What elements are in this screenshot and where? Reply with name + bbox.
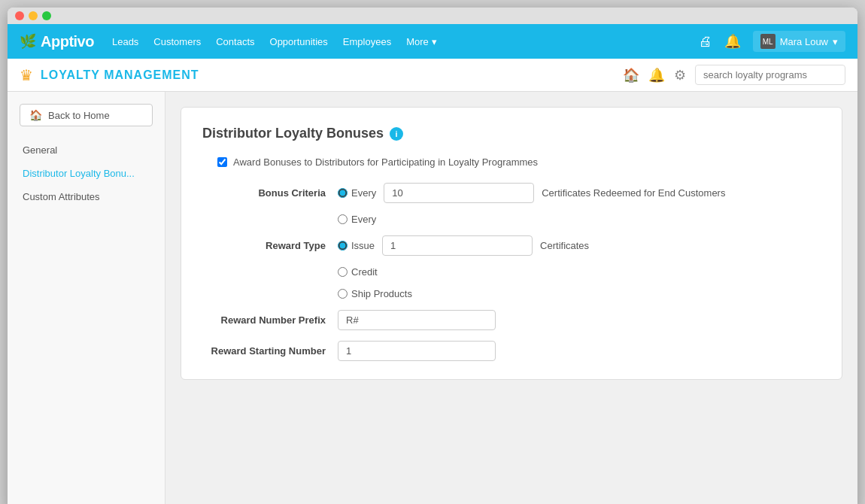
- reward-type-ship[interactable]: Ship Products: [338, 288, 412, 299]
- logo-text: Apptivo: [41, 33, 94, 50]
- home-small-icon: 🏠: [29, 109, 42, 121]
- sub-header: ♛ LOYALTY MANAGEMENT 🏠 🔔 ⚙: [8, 59, 857, 92]
- bonus-criteria-input1[interactable]: [384, 183, 534, 203]
- username: Mara Louw: [780, 36, 828, 47]
- chevron-down-icon: ▾: [432, 36, 437, 47]
- maximize-button[interactable]: [42, 11, 51, 20]
- sidebar-navigation: General Distributor Loyalty Bonu... Cust…: [8, 138, 165, 208]
- module-title: LOYALTY MANAGEMENT: [41, 68, 199, 82]
- bell-icon[interactable]: 🔔: [724, 33, 741, 50]
- bonus-criteria-radio2-input[interactable]: [338, 214, 348, 224]
- app-window: 🌿 Apptivo Leads Customers Contacts Oppor…: [8, 8, 857, 504]
- notification-icon[interactable]: 🔔: [648, 67, 665, 83]
- reward-type-credit-label: Credit: [351, 266, 378, 278]
- reward-number-prefix-label: Reward Number Prefix: [202, 314, 338, 326]
- reward-type-issue[interactable]: Issue: [338, 240, 375, 251]
- bonus-criteria-row2: Every: [202, 214, 821, 225]
- nav-contacts[interactable]: Contacts: [216, 36, 254, 47]
- sidebar-item-general[interactable]: General: [8, 138, 165, 162]
- reward-starting-number-label: Reward Starting Number: [202, 345, 338, 357]
- award-row: Award Bonuses to Distributors for Partic…: [202, 156, 821, 168]
- sidebar-item-distributor-loyalty[interactable]: Distributor Loyalty Bonu...: [8, 162, 165, 185]
- sidebar: 🏠 Back to Home General Distributor Loyal…: [8, 92, 165, 504]
- bonus-criteria-suffix1: Certificates Redeemed for End Customers: [542, 187, 725, 199]
- bonus-criteria-radio2-label: Every: [351, 214, 376, 225]
- reward-type-credit[interactable]: Credit: [338, 266, 378, 278]
- sub-header-left: ♛ LOYALTY MANAGEMENT: [20, 66, 199, 84]
- page-title-row: Distributor Loyalty Bonuses i: [202, 126, 821, 141]
- bonus-criteria-radio1-input[interactable]: [338, 188, 348, 198]
- reward-number-prefix-input[interactable]: [338, 310, 496, 330]
- avatar: ML: [760, 34, 775, 49]
- reward-number-prefix-row: Reward Number Prefix: [202, 310, 821, 330]
- reward-type-credit-radio[interactable]: [338, 267, 348, 277]
- form-section: Bonus Criteria Every Certificates Redeem…: [202, 183, 821, 361]
- bonus-criteria-controls: Every Certificates Redeemed for End Cust…: [338, 183, 821, 203]
- reward-starting-number-input[interactable]: [338, 341, 496, 361]
- reward-type-label: Reward Type: [202, 240, 338, 251]
- bonus-criteria-controls2: Every: [338, 214, 821, 225]
- reward-type-issue-radio[interactable]: [338, 241, 348, 250]
- reward-type-input[interactable]: [382, 235, 533, 256]
- back-button-label: Back to Home: [48, 110, 110, 121]
- back-to-home-button[interactable]: 🏠 Back to Home: [20, 104, 153, 126]
- bonus-criteria-radio1[interactable]: Every: [338, 187, 376, 199]
- reward-type-credit-row: Credit: [202, 266, 821, 278]
- logo[interactable]: 🌿 Apptivo: [20, 33, 94, 50]
- reward-type-ship-radio[interactable]: [338, 289, 348, 299]
- settings-icon[interactable]: ⚙: [674, 67, 686, 83]
- award-label: Award Bonuses to Distributors for Partic…: [233, 156, 538, 168]
- nav-links: Leads Customers Contacts Opportunities E…: [112, 36, 681, 47]
- sub-header-right: 🏠 🔔 ⚙: [623, 65, 845, 85]
- nav-opportunities[interactable]: Opportunities: [270, 36, 328, 47]
- reward-type-ship-label: Ship Products: [351, 288, 412, 299]
- bonus-criteria-radio1-label: Every: [351, 187, 376, 199]
- bonus-criteria-radio2[interactable]: Every: [338, 214, 376, 225]
- logo-leaf-icon: 🌿: [20, 33, 36, 50]
- nav-more[interactable]: More ▾: [406, 36, 437, 47]
- home-icon[interactable]: 🏠: [623, 67, 639, 83]
- info-icon[interactable]: i: [390, 127, 403, 141]
- close-button[interactable]: [15, 11, 24, 20]
- reward-type-suffix: Certificates: [540, 240, 589, 251]
- nav-right: 🖨 🔔 ML Mara Louw ▾: [699, 31, 845, 52]
- user-menu[interactable]: ML Mara Louw ▾: [753, 31, 845, 52]
- nav-leads[interactable]: Leads: [112, 36, 138, 47]
- bonus-criteria-row1: Bonus Criteria Every Certificates Redeem…: [202, 183, 821, 203]
- search-input[interactable]: [695, 65, 845, 85]
- bonus-criteria-label: Bonus Criteria: [202, 187, 338, 199]
- sidebar-item-custom-attributes[interactable]: Custom Attributes: [8, 185, 165, 208]
- main-layout: 🏠 Back to Home General Distributor Loyal…: [8, 92, 857, 504]
- nav-employees[interactable]: Employees: [343, 36, 391, 47]
- page-title: Distributor Loyalty Bonuses: [202, 126, 384, 141]
- reward-type-ship-row: Ship Products: [202, 288, 821, 299]
- user-chevron-icon: ▾: [833, 36, 838, 47]
- print-icon[interactable]: 🖨: [699, 34, 712, 50]
- nav-customers[interactable]: Customers: [153, 36, 201, 47]
- reward-type-issue-label: Issue: [351, 240, 375, 251]
- content-card: Distributor Loyalty Bonuses i Award Bonu…: [181, 107, 842, 380]
- crown-icon: ♛: [20, 66, 33, 84]
- content-area: Distributor Loyalty Bonuses i Award Bonu…: [165, 92, 857, 504]
- top-navigation: 🌿 Apptivo Leads Customers Contacts Oppor…: [8, 24, 857, 59]
- reward-type-controls: Issue Certificates: [338, 235, 821, 256]
- reward-type-row: Reward Type Issue Certificates: [202, 235, 821, 256]
- titlebar: [8, 8, 857, 24]
- reward-starting-number-row: Reward Starting Number: [202, 341, 821, 361]
- minimize-button[interactable]: [29, 11, 38, 20]
- award-checkbox[interactable]: [217, 157, 227, 167]
